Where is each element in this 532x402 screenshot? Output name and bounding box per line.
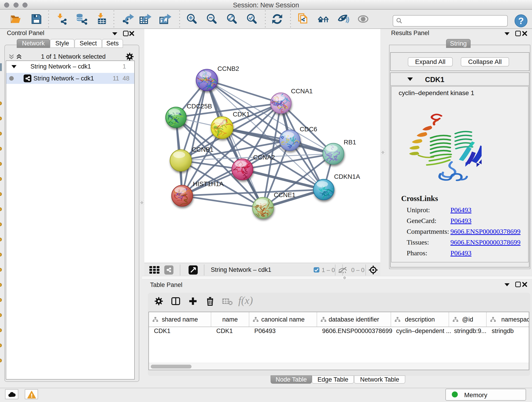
svg-text:CDC6: CDC6 [300,126,317,133]
svg-text:CCNE1: CCNE1 [274,191,296,198]
svg-text:CCNB1: CCNB1 [192,146,214,153]
svg-text:CDKN1A: CDKN1A [334,173,360,180]
svg-text:0 – 0: 0 – 0 [351,267,365,274]
svg-text:CCNA2: CCNA2 [253,154,275,161]
svg-text:HIST1H1A: HIST1H1A [193,180,224,187]
svg-text:CDK1: CDK1 [233,111,250,118]
svg-text:1 – 0: 1 – 0 [322,267,335,274]
svg-text:CDC25B: CDC25B [187,103,212,110]
svg-text:CCNA1: CCNA1 [291,88,313,95]
svg-text:RB1: RB1 [344,139,356,146]
svg-text:CCNB2: CCNB2 [217,65,239,72]
svg-text:String Network – cdk1: String Network – cdk1 [211,266,271,273]
